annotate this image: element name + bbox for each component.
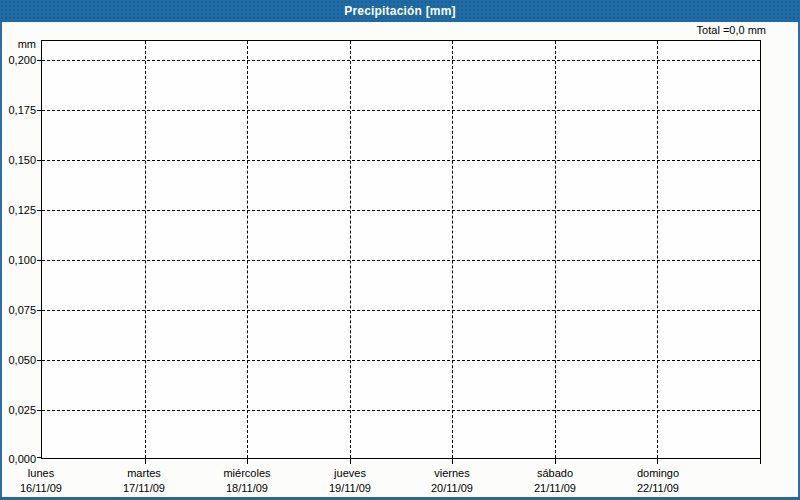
y-axis-unit-label: mm [0, 37, 36, 51]
y-axis-tick [37, 160, 41, 161]
chart-titlebar: Precipitación [mm] [0, 0, 800, 22]
gridline-horizontal [42, 160, 760, 161]
y-tick-label: 0,150 [0, 153, 36, 167]
gridline-horizontal [42, 410, 760, 411]
gridline-horizontal [42, 210, 760, 211]
x-day-label: domingo 22/11/09 [606, 466, 710, 496]
x-axis-tick [657, 458, 658, 464]
x-day-name: miércoles [195, 466, 299, 481]
y-axis-tick [37, 310, 41, 311]
x-axis-tick [350, 458, 351, 464]
y-tick-label: 0,050 [0, 353, 36, 367]
x-day-name: martes [92, 466, 196, 481]
x-day-date: 16/11/09 [0, 481, 93, 496]
y-tick-label: 0,000 [0, 452, 36, 466]
y-tick-label: 0,075 [0, 303, 36, 317]
gridline-horizontal [42, 360, 760, 361]
x-axis-tick [145, 458, 146, 464]
x-axis-tick [760, 458, 761, 464]
y-axis-tick [37, 210, 41, 211]
gridline-vertical [452, 41, 453, 458]
y-axis-tick [37, 60, 41, 61]
x-day-date: 19/11/09 [298, 481, 402, 496]
chart-title: Precipitación [mm] [344, 4, 456, 18]
x-day-date: 22/11/09 [606, 481, 710, 496]
x-day-label: viernes 20/11/09 [400, 466, 504, 496]
gridline-vertical [247, 41, 248, 458]
y-axis-tick [37, 260, 41, 261]
y-axis-tick [37, 457, 41, 458]
y-axis-tick [37, 410, 41, 411]
gridline-vertical [145, 41, 146, 458]
y-tick-label: 0,125 [0, 203, 36, 217]
x-day-name: domingo [606, 466, 710, 481]
x-day-label: miércoles 18/11/09 [195, 466, 299, 496]
x-axis-tick [452, 458, 453, 464]
gridline-horizontal [42, 60, 760, 61]
x-axis-tick [247, 458, 248, 464]
gridline-vertical [350, 41, 351, 458]
plot-area [41, 40, 761, 459]
y-axis-tick [37, 360, 41, 361]
gridline-horizontal [42, 260, 760, 261]
gridline-vertical [555, 41, 556, 458]
gridline-horizontal [42, 110, 760, 111]
x-day-label: martes 17/11/09 [92, 466, 196, 496]
x-day-label: sábado 21/11/09 [503, 466, 607, 496]
x-day-date: 20/11/09 [400, 481, 504, 496]
y-tick-label: 0,200 [0, 53, 36, 67]
total-value-label: Total =0,0 mm [697, 24, 766, 36]
y-tick-label: 0,175 [0, 103, 36, 117]
x-day-date: 17/11/09 [92, 481, 196, 496]
x-day-name: sábado [503, 466, 607, 481]
x-day-name: jueves [298, 466, 402, 481]
gridline-vertical [657, 41, 658, 458]
x-day-date: 21/11/09 [503, 481, 607, 496]
x-day-label: jueves 19/11/09 [298, 466, 402, 496]
precipitation-chart-window: Precipitación [mm] Total =0,0 mm mm 0,20… [0, 0, 800, 500]
y-axis-tick [37, 110, 41, 111]
y-tick-label: 0,025 [0, 403, 36, 417]
x-axis-tick [555, 458, 556, 464]
x-day-name: lunes [0, 466, 93, 481]
x-day-label: lunes 16/11/09 [0, 466, 93, 496]
y-tick-label: 0,100 [0, 253, 36, 267]
gridline-horizontal [42, 310, 760, 311]
x-day-date: 18/11/09 [195, 481, 299, 496]
x-day-name: viernes [400, 466, 504, 481]
